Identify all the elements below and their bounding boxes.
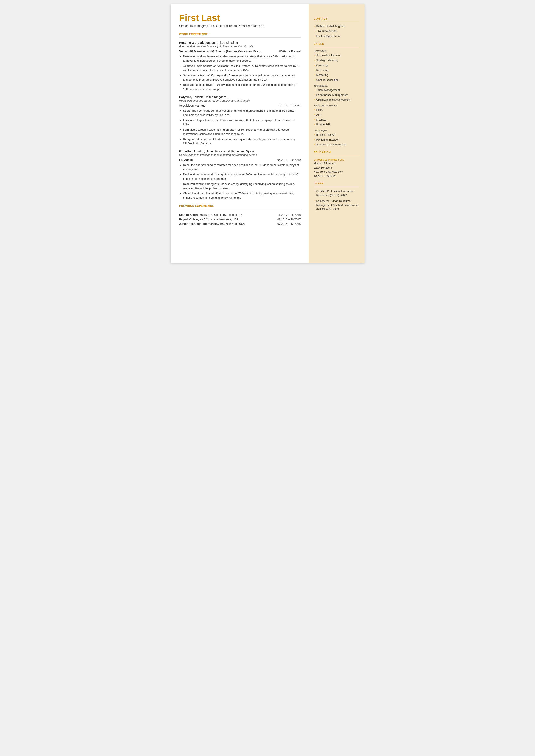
contact-item-1: Belfast, United Kingdom — [314, 24, 359, 28]
job-dates-3: 06/2018 – 09/2019 — [277, 158, 300, 161]
company-block-3: Growthsi, London, United Kingdom & Barce… — [179, 149, 301, 200]
techniques-label: Techniques: — [314, 84, 359, 87]
hard-skill-1: Succession Planning — [314, 53, 359, 58]
job-row-2: Acquisition Manager 10/2019 – 07/2021 — [179, 104, 301, 107]
job-row-3: HR Admin 06/2018 – 09/2019 — [179, 158, 301, 162]
company-header-3: Growthsi, London, United Kingdom & Barce… — [179, 149, 301, 153]
hard-skill-5: Mentoring — [314, 73, 359, 77]
previous-experience-divider — [179, 209, 301, 210]
company-name-2: Polyhire, — [179, 95, 192, 99]
edu-field: Labor Relations — [314, 166, 333, 169]
skills-title: SKILLS — [314, 42, 359, 45]
company-tagline-1: A lender that provides home equity lines… — [179, 44, 301, 48]
job-row-1: Senior HR Manager & HR Director (Human R… — [179, 49, 301, 53]
company-location-2: London, United Kingdom — [193, 95, 226, 99]
company-name-1: Resume Worded, — [179, 41, 204, 44]
bullets-2: Streamlined company communication channe… — [179, 109, 301, 146]
bullet-3-4: Championed recruitment efforts in search… — [183, 191, 301, 200]
technique-3: Organizational Development — [314, 98, 359, 102]
prev-role-bold-2: Payroll Officer, — [179, 218, 199, 221]
company-location-3: London, United Kingdom & Barcelona, Spai… — [194, 150, 254, 153]
skills-divider — [314, 47, 359, 47]
prev-dates-1: 11/2017 – 05/2018 — [267, 212, 301, 217]
other-item-1: Certified Professional in Human Resource… — [314, 189, 359, 197]
prev-role-rest-3: ABC, New York, USA — [218, 222, 245, 225]
hard-skill-4: Recruiting — [314, 68, 359, 72]
language-3: Spanish (Conversational) — [314, 143, 359, 147]
resume-page: First Last Senior HR Manager & HR Direct… — [171, 4, 365, 263]
prev-dates-2: 01/2016 – 10/2017 — [267, 217, 301, 222]
bullet-2-3: Formulated a region-wide training progra… — [183, 127, 301, 136]
company-header-1: Resume Worded, London, United Kingdom — [179, 41, 301, 44]
hard-skills-list: Succession Planning Strategic Planning C… — [314, 53, 359, 82]
company-tagline-3: Specializes in mortgages that help custo… — [179, 153, 301, 156]
job-dates-2: 10/2019 – 07/2021 — [277, 104, 300, 107]
right-column: CONTACT Belfast, United Kingdom +44 1234… — [309, 4, 365, 263]
bullets-3: Recruited and screened candidates for op… — [179, 163, 301, 200]
languages-label: Languages: — [314, 129, 359, 132]
tool-3: Kissflow — [314, 118, 359, 122]
tools-list: HRIS ATS Kissflow BambooHR — [314, 108, 359, 127]
prev-role-rest-1: ABC Company, London, UK — [207, 213, 242, 216]
bullet-1-4: Reviewed and approved 120+ diversity and… — [183, 83, 301, 91]
contact-item-3: first.last@gmail.com — [314, 34, 359, 38]
work-experience-title: WORK EXPERIENCE — [179, 33, 301, 36]
job-title-1: Senior HR Manager & HR Director (Human R… — [179, 49, 265, 53]
previous-experience-title: PREVIOUS EXPERIENCE — [179, 205, 301, 208]
edu-degree-text: Master of Science — [314, 162, 335, 165]
bullets-1: Developed and implemented a talent manag… — [179, 54, 301, 91]
prev-row-2: Payroll Officer, XYZ Company, New York, … — [179, 217, 301, 222]
edu-location: New York City, New York — [314, 170, 343, 173]
other-divider — [314, 187, 359, 187]
education-title: EDUCATION — [314, 151, 359, 154]
prev-row-3: Junior Recruiter (Internship), ABC, New … — [179, 222, 301, 226]
bullet-1-1: Developed and implemented a talent manag… — [183, 54, 301, 63]
company-header-2: Polyhire, London, United Kingdom — [179, 95, 301, 99]
company-location-1: London, United Kingdom — [205, 41, 238, 44]
bullet-2-1: Streamlined company communication channe… — [183, 109, 301, 117]
tool-1: HRIS — [314, 108, 359, 112]
bullet-3-2: Designed and managed a recognition progr… — [183, 172, 301, 181]
bullet-1-2: Approved implementing an Applicant Track… — [183, 64, 301, 72]
bullet-2-2: Introduced larger bonuses and incentive … — [183, 118, 301, 126]
edu-degree: Master of Science Labor Relations New Yo… — [314, 162, 359, 178]
company-tagline-2: Helps personal and wealth clients build … — [179, 99, 301, 102]
bullet-2-4: Reorganized departmental labor and reduc… — [183, 137, 301, 146]
prev-role-bold-1: Staffing Coordinator, — [179, 213, 207, 216]
technique-1: Talent Management — [314, 88, 359, 92]
company-block-2: Polyhire, London, United Kingdom Helps p… — [179, 95, 301, 146]
techniques-list: Talent Management Performance Management… — [314, 88, 359, 102]
prev-row-1: Staffing Coordinator, ABC Company, Londo… — [179, 212, 301, 217]
technique-2: Performance Management — [314, 93, 359, 97]
tool-2: ATS — [314, 113, 359, 117]
left-column: First Last Senior HR Manager & HR Direct… — [171, 4, 309, 263]
prev-role-1: Staffing Coordinator, ABC Company, Londo… — [179, 212, 267, 217]
language-2: Romanian (Native) — [314, 138, 359, 142]
languages-list: English (Native) Romanian (Native) Spani… — [314, 133, 359, 147]
bullet-3-1: Recruited and screened candidates for op… — [183, 163, 301, 171]
prev-dates-3: 07/2014 – 12/2015 — [267, 222, 301, 226]
prev-role-3: Junior Recruiter (Internship), ABC, New … — [179, 222, 267, 226]
tools-label: Tools and Software: — [314, 104, 359, 107]
job-title-3: HR Admin — [179, 158, 193, 162]
hard-skill-2: Strategic Planning — [314, 58, 359, 63]
prev-role-bold-3: Junior Recruiter (Internship), — [179, 222, 218, 225]
previous-experience-table: Staffing Coordinator, ABC Company, Londo… — [179, 212, 301, 226]
other-title: OTHER — [314, 182, 359, 185]
hard-skills-label: Hard Skills: — [314, 49, 359, 53]
company-name-3: Growthsi, — [179, 150, 193, 153]
prev-role-2: Payroll Officer, XYZ Company, New York, … — [179, 217, 267, 222]
bullet-3-3: Resolved conflict among 240+ co-workers … — [183, 182, 301, 190]
tool-4: BambooHR — [314, 123, 359, 127]
job-title-2: Acquisition Manager — [179, 104, 207, 107]
job-dates-1: 08/2021 – Present — [278, 49, 300, 53]
contact-list: Belfast, United Kingdom +44 1234567890 f… — [314, 24, 359, 38]
education-divider — [314, 155, 359, 156]
language-1: English (Native) — [314, 133, 359, 137]
edu-school: University of New York — [314, 158, 359, 161]
candidate-name: First Last — [179, 13, 301, 23]
edu-dates: 10/2011 - 06/2014 — [314, 174, 335, 177]
hard-skill-3: Coaching — [314, 63, 359, 68]
bullet-1-3: Supervised a team of 30+ regional HR man… — [183, 73, 301, 82]
other-item-2: Society for Human Resource Management Ce… — [314, 199, 359, 211]
